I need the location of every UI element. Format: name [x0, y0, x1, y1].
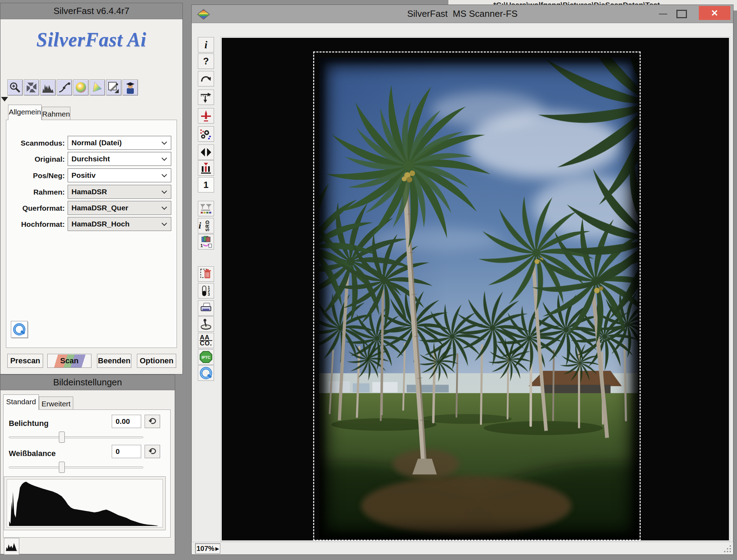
belichtung-value[interactable]: 0.00 [112, 415, 141, 428]
scanmodus-label: Scanmodus: [3, 139, 65, 147]
svg-text:1: 1 [200, 243, 203, 248]
quicktime-button[interactable] [11, 321, 28, 338]
iptc-button[interactable]: IPTC [198, 349, 214, 365]
quicktime-button-r[interactable] [198, 365, 214, 381]
zoom-tool-button[interactable] [7, 79, 23, 96]
prescan-button[interactable]: Prescan [7, 354, 43, 368]
original-select[interactable]: Durchsicht [68, 152, 171, 166]
frame-numbering-button[interactable]: 123 [198, 283, 214, 299]
bildeinstellungen-window: Bildeinstellungen Standard Erweitert Bel… [0, 374, 175, 554]
flip-button[interactable] [198, 90, 214, 105]
delete-frame-button[interactable] [198, 266, 214, 282]
pipette-frame-button[interactable] [106, 79, 122, 96]
querformat-select[interactable]: HamaDSR_Quer [68, 201, 171, 215]
prescan-area[interactable] [221, 37, 730, 541]
copy-frames-icon: 1 [200, 236, 212, 248]
chevron-down-icon [161, 174, 167, 177]
scan-frame-selection[interactable] [313, 51, 641, 541]
trash-icon [200, 268, 212, 280]
tab-allgemein[interactable]: Allgemein [8, 105, 42, 120]
print-button[interactable] [198, 300, 214, 316]
scan-button[interactable]: Scan [47, 354, 91, 368]
rotate-button[interactable] [198, 71, 214, 86]
posneg-label: Pos/Neg: [3, 172, 65, 180]
selective-color-button[interactable] [90, 79, 105, 96]
weissbalance-value[interactable]: 0 [112, 445, 141, 458]
scanmodus-select[interactable]: Normal (Datei) [68, 136, 171, 150]
isrd-button[interactable]: i SRD [198, 218, 214, 233]
aaco-icon: AA CO. [200, 335, 212, 346]
histogram-toggle-button[interactable] [4, 538, 19, 555]
close-icon: ✕ [711, 8, 718, 18]
hochformat-select[interactable]: HamaDSR_Hoch [68, 217, 171, 231]
histogram-graph [7, 479, 163, 527]
aaco-button[interactable]: AA CO. [198, 333, 214, 348]
expert-mode-button[interactable] [123, 79, 138, 96]
isrd-icon: i SRD [199, 220, 213, 231]
densitometer-button[interactable] [198, 160, 214, 176]
mirror-button[interactable] [198, 145, 214, 160]
joystick-icon [200, 318, 212, 330]
frame-number-button[interactable]: 1 [198, 177, 214, 192]
filter-funnels-icon [200, 203, 212, 215]
filters-button[interactable] [198, 201, 214, 216]
maximize-button[interactable] [676, 10, 687, 18]
info-button[interactable]: i [198, 37, 214, 52]
tab-erweitert[interactable]: Erweitert [39, 397, 73, 410]
quicktime-icon [199, 366, 213, 380]
weissbalance-slider-handle[interactable] [59, 462, 65, 473]
reset-arrow-icon [148, 418, 157, 425]
help-icon: ? [203, 56, 209, 67]
belichtung-slider[interactable] [9, 436, 143, 438]
mirror-icon [200, 147, 212, 157]
silverfast-diamond-icon [197, 9, 210, 20]
original-label: Original: [3, 155, 65, 163]
global-color-button[interactable] [73, 79, 89, 96]
rahmen-select[interactable]: HamaDSR [68, 185, 171, 199]
belichtung-reset-button[interactable] [145, 415, 160, 428]
collapse-arrow-icon[interactable] [1, 97, 8, 102]
minimize-button[interactable]: — [658, 8, 668, 19]
weissbalance-reset-button[interactable] [145, 445, 160, 458]
beenden-button[interactable]: Beenden [97, 354, 131, 368]
posneg-select[interactable]: Positiv [68, 168, 171, 182]
main-window-title: SilverFast v6.4.4r7 [54, 6, 130, 16]
histogram-tool-button[interactable] [40, 79, 56, 96]
belichtung-slider-handle[interactable] [59, 432, 65, 443]
gradation-curve-button[interactable] [57, 79, 72, 96]
scanner-titlebar[interactable]: SilverFast MS Scanner-FS [192, 5, 733, 23]
help-button[interactable]: ? [198, 54, 214, 69]
job-pilot-button[interactable] [198, 316, 214, 332]
quicktime-icon [13, 323, 26, 336]
curve-icon [58, 82, 71, 93]
zoom-level-button[interactable]: 107% ▶ [195, 543, 220, 554]
flip-arrows-icon [200, 91, 212, 103]
histogram-display [7, 479, 163, 527]
belichtung-label: Belichtung [9, 419, 49, 428]
aperture-icon [25, 81, 38, 94]
copy-frame-button[interactable]: 1 [198, 234, 214, 250]
zoom-level-value: 107% [197, 545, 214, 553]
histogram-icon [42, 82, 54, 93]
resize-grip[interactable] [722, 544, 731, 552]
tab-rahmen[interactable]: Rahmen [42, 107, 70, 120]
pipette-icon [108, 81, 120, 94]
magnifier-icon [9, 82, 21, 93]
scan-pilot-button[interactable] [198, 108, 214, 124]
main-window-titlebar[interactable]: SilverFast v6.4.4r7 [0, 3, 182, 19]
querformat-label: Querformat: [3, 204, 65, 212]
hochformat-label: Hochformat: [3, 220, 65, 229]
aperture-button[interactable] [24, 79, 39, 96]
bildeinstellungen-titlebar[interactable]: Bildeinstellungen [0, 375, 175, 390]
mini-histogram-icon [5, 541, 18, 552]
weissbalance-slider[interactable] [9, 467, 143, 468]
tab-standard[interactable]: Standard [3, 394, 39, 410]
densitometer-icon [200, 162, 212, 174]
svg-text:IPTC: IPTC [201, 355, 210, 359]
auto-adjust-button[interactable] [198, 126, 214, 142]
chevron-down-icon [161, 141, 167, 145]
color-ball-icon [75, 81, 87, 94]
optionen-button[interactable]: Optionen [137, 354, 176, 368]
close-button[interactable]: ✕ [699, 6, 730, 20]
chevron-down-icon [161, 157, 167, 161]
